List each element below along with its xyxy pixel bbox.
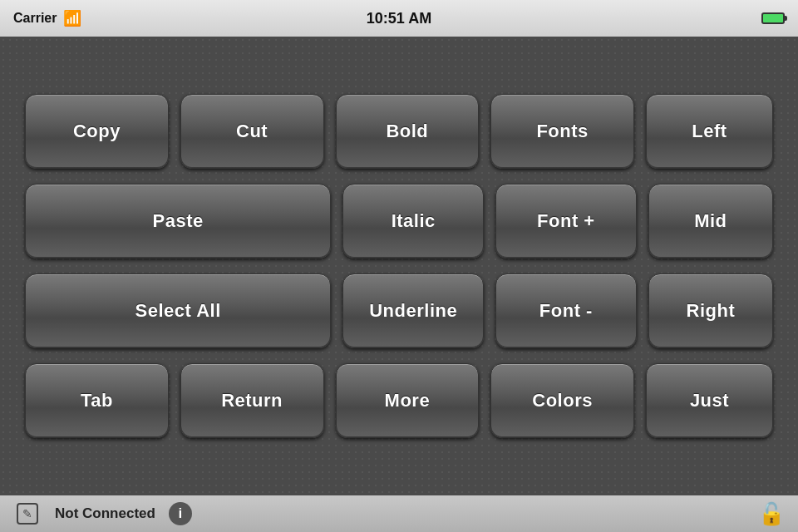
edit-icon-button[interactable] xyxy=(13,500,42,528)
font-minus-button[interactable]: Font - xyxy=(495,273,637,348)
underline-button[interactable]: Underline xyxy=(342,273,484,348)
button-row-2: Paste Italic Font + Mid xyxy=(25,184,773,259)
connection-status-label: Not Connected xyxy=(55,505,155,522)
status-left: Carrier 📶 xyxy=(13,9,81,27)
info-button[interactable]: i xyxy=(169,502,192,525)
bold-button[interactable]: Bold xyxy=(336,94,480,169)
main-panel: Copy Cut Bold Fonts Left Paste Italic Fo… xyxy=(0,37,798,495)
status-time: 10:51 AM xyxy=(367,10,431,27)
mid-button[interactable]: Mid xyxy=(648,184,773,259)
tab-button[interactable]: Tab xyxy=(25,363,169,438)
cut-button[interactable]: Cut xyxy=(180,94,324,169)
button-row-4: Tab Return More Colors Just xyxy=(25,363,773,438)
status-bar: Carrier 📶 10:51 AM xyxy=(0,0,798,37)
return-button[interactable]: Return xyxy=(180,363,324,438)
status-right xyxy=(761,12,785,24)
bottom-bar: Not Connected i 🔓 xyxy=(0,495,798,532)
copy-button[interactable]: Copy xyxy=(25,94,169,169)
button-row-1: Copy Cut Bold Fonts Left xyxy=(25,94,773,169)
wifi-icon: 📶 xyxy=(63,9,81,27)
right-button[interactable]: Right xyxy=(648,273,773,348)
battery-icon xyxy=(761,12,785,24)
just-button[interactable]: Just xyxy=(646,363,773,438)
more-button[interactable]: More xyxy=(336,363,480,438)
paste-button[interactable]: Paste xyxy=(25,184,331,259)
button-row-3: Select All Underline Font - Right xyxy=(25,273,773,348)
italic-button[interactable]: Italic xyxy=(342,184,484,259)
colors-button[interactable]: Colors xyxy=(490,363,634,438)
lock-icon[interactable]: 🔓 xyxy=(758,501,785,527)
font-plus-button[interactable]: Font + xyxy=(495,184,637,259)
fonts-button[interactable]: Fonts xyxy=(490,94,634,169)
carrier-label: Carrier xyxy=(13,11,57,26)
edit-icon xyxy=(17,503,38,525)
select-all-button[interactable]: Select All xyxy=(25,273,331,348)
left-button[interactable]: Left xyxy=(646,94,773,169)
